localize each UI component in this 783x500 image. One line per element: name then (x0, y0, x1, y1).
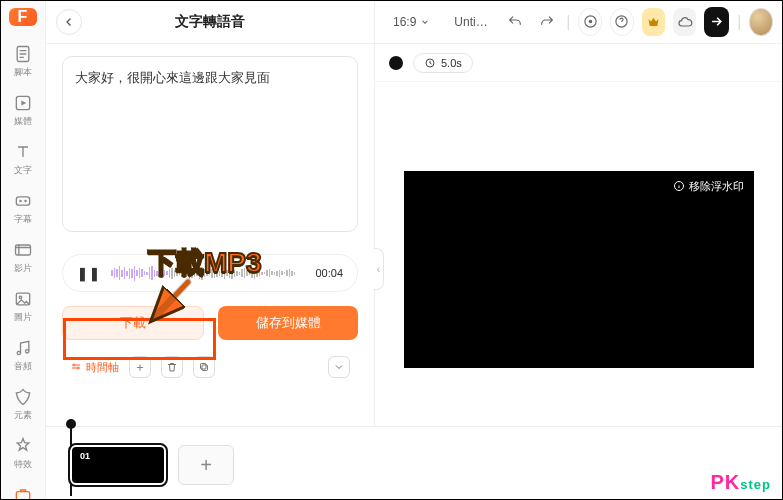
svg-point-4 (24, 200, 27, 203)
audio-icon (13, 338, 33, 358)
undo-button[interactable] (504, 8, 527, 36)
svg-point-3 (19, 200, 22, 203)
remove-watermark-button[interactable]: 移除浮水印 (673, 179, 744, 194)
image-icon (13, 289, 33, 309)
cloud-icon (677, 14, 693, 30)
tts-textarea[interactable] (62, 56, 358, 232)
svg-rect-10 (16, 492, 29, 500)
panel-title: 文字轉語音 (175, 13, 245, 31)
left-rail: F 腳本 媒體 文字 字幕 影片 圖片 音頻 元素 特效 工具 (0, 0, 46, 500)
scene-duration[interactable]: 5.0s (413, 53, 473, 73)
app-logo: F (9, 8, 37, 26)
video-preview[interactable]: 移除浮水印 (404, 171, 754, 368)
preview-area: ‹ 移除浮水印 (375, 82, 783, 456)
trash-icon (166, 361, 178, 373)
scene-dot[interactable] (389, 56, 403, 70)
topbar: 16:9 Unti… | | (375, 0, 783, 44)
svg-point-14 (589, 20, 592, 23)
timeline-icon (70, 361, 82, 373)
timeline-toggle-label: 時間軸 (86, 360, 119, 375)
copy-button[interactable] (193, 356, 215, 378)
chevron-left-icon (63, 16, 75, 28)
right-area: 16:9 Unti… | | 5.0s (375, 0, 783, 500)
download-button[interactable]: 下載 (62, 306, 204, 340)
history-icon (583, 14, 598, 29)
help-button[interactable] (610, 8, 634, 36)
rail-item-tools[interactable]: 工具 (3, 479, 43, 500)
rail-label: 元素 (14, 409, 32, 422)
svg-point-9 (25, 350, 28, 353)
timeline-toggle[interactable]: 時間軸 (70, 360, 119, 375)
rail-item-element[interactable]: 元素 (3, 381, 43, 428)
rail-item-text[interactable]: 文字 (3, 136, 43, 183)
chevron-down-icon (420, 17, 430, 27)
rail-label: 文字 (14, 164, 32, 177)
add-button[interactable]: ＋ (129, 356, 151, 378)
add-clip-button[interactable]: + (178, 445, 234, 485)
media-icon (13, 93, 33, 113)
back-button[interactable] (56, 9, 82, 35)
timeline: 01 + (46, 426, 783, 500)
rail-item-audio[interactable]: 音頻 (3, 332, 43, 379)
svg-point-7 (19, 296, 22, 299)
rail-label: 腳本 (14, 66, 32, 79)
undo-icon (507, 14, 523, 30)
svg-point-8 (17, 351, 20, 354)
pause-button[interactable]: ❚❚ (77, 266, 101, 281)
clock-icon (424, 57, 436, 69)
clip-toolbar: 時間軸 ＋ (62, 356, 358, 378)
aspect-ratio-select[interactable]: 16:9 (385, 11, 438, 33)
duration-value: 5.0s (441, 57, 462, 69)
rail-item-media[interactable]: 媒體 (3, 87, 43, 134)
svg-rect-2 (16, 197, 29, 205)
rail-item-video[interactable]: 影片 (3, 234, 43, 281)
rail-item-effect[interactable]: 特效 (3, 430, 43, 477)
history-button[interactable] (578, 8, 602, 36)
tools-icon (13, 485, 33, 500)
rail-item-script[interactable]: 腳本 (3, 38, 43, 85)
redo-button[interactable] (535, 8, 558, 36)
panel-header: 文字轉語音 (46, 0, 374, 44)
rail-item-image[interactable]: 圖片 (3, 283, 43, 330)
canvas-info-row: 5.0s (375, 44, 783, 82)
aspect-value: 16:9 (393, 15, 416, 29)
panel-collapse-handle[interactable]: ‹ (374, 248, 384, 290)
delete-button[interactable] (161, 356, 183, 378)
rail-label: 圖片 (14, 311, 32, 324)
help-icon (614, 14, 629, 29)
rail-label: 影片 (14, 262, 32, 275)
clip-index: 01 (77, 450, 93, 462)
audio-preview-card: ❚❚ 00:04 (62, 254, 358, 292)
audio-time: 00:04 (315, 267, 343, 279)
arrow-right-icon (709, 14, 724, 29)
export-button[interactable] (704, 7, 729, 37)
effect-icon (13, 436, 33, 456)
svg-rect-12 (201, 364, 207, 370)
element-icon (13, 387, 33, 407)
chevron-down-icon (333, 361, 345, 373)
rail-label: 音頻 (14, 360, 32, 373)
redo-icon (539, 14, 555, 30)
video-icon (13, 240, 33, 260)
user-avatar[interactable] (749, 8, 773, 36)
copy-icon (198, 361, 210, 373)
timeline-clip[interactable]: 01 (70, 445, 166, 485)
rail-label: 字幕 (14, 213, 32, 226)
waveform[interactable] (111, 262, 305, 284)
text-icon (13, 142, 33, 162)
save-to-media-button[interactable]: 儲存到媒體 (218, 306, 358, 340)
info-icon (673, 180, 685, 192)
upgrade-button[interactable] (642, 8, 665, 36)
script-icon (13, 44, 33, 64)
crown-icon (646, 14, 661, 29)
doc-name[interactable]: Unti… (446, 11, 495, 33)
collapse-button[interactable] (328, 356, 350, 378)
tts-panel: 文字轉語音 ❚❚ 00:04 下載 儲存到媒體 時間軸 ＋ (46, 0, 375, 500)
cloud-button[interactable] (673, 8, 696, 36)
caption-icon (13, 191, 33, 211)
rail-item-caption[interactable]: 字幕 (3, 185, 43, 232)
rail-label: 特效 (14, 458, 32, 471)
rail-label: 媒體 (14, 115, 32, 128)
svg-rect-5 (15, 245, 30, 255)
remove-watermark-label: 移除浮水印 (689, 179, 744, 194)
